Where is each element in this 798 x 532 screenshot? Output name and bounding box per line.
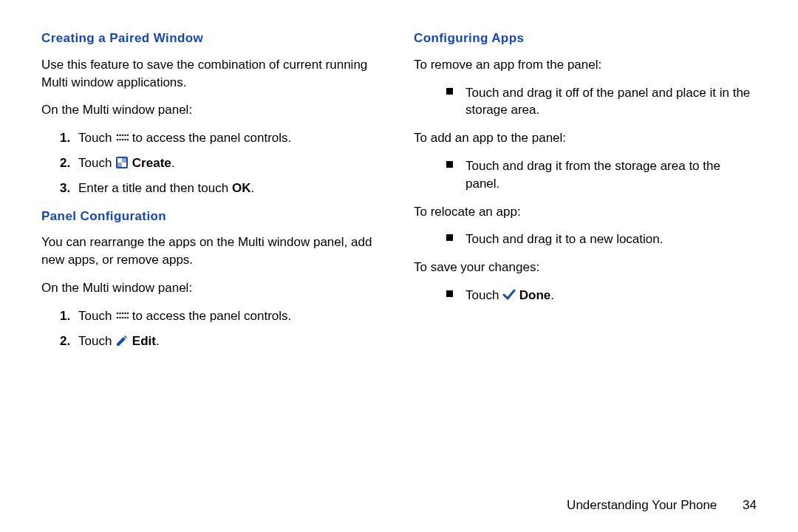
paragraph: On the Multi window panel: [41,101,384,119]
svg-point-18 [124,312,126,314]
svg-rect-13 [117,163,122,167]
step-text: Touch [78,334,115,348]
done-label: Done [519,288,551,302]
svg-point-23 [124,316,126,318]
paragraph: Use this feature to save the combination… [41,56,384,92]
bullet-item: Touch and drag it to a new location. [446,231,757,248]
svg-point-17 [122,312,124,314]
svg-point-19 [127,312,129,314]
done-icon [502,288,516,301]
create-icon [115,156,129,169]
heading-panel-configuration: Panel Configuration [41,208,384,225]
page-number: 34 [743,498,757,513]
manual-page: Creating a Paired Window Use this featur… [0,0,798,532]
heading-configuring-apps: Configuring Apps [414,30,757,47]
heading-creating-paired-window: Creating a Paired Window [41,30,384,47]
step-text: . [171,156,175,170]
svg-point-7 [122,139,124,141]
step-text: . [250,181,254,195]
bullet-text: Touch [466,288,502,302]
svg-point-5 [117,139,119,141]
step-item: Touch to access the panel controls. [74,307,384,325]
step-text: to access the panel controls. [132,131,291,145]
svg-point-15 [117,312,119,314]
svg-rect-12 [122,158,126,163]
svg-point-2 [122,134,124,137]
panel-controls-icon [115,131,129,144]
step-text: Touch [78,156,115,170]
bullet-list: Touch and drag it off of the panel and p… [414,84,757,120]
step-text: to access the panel controls. [132,309,291,323]
step-item: Touch Create. [74,154,384,172]
paragraph: To save your changes: [414,259,757,276]
right-column: Configuring Apps To remove an app from t… [399,30,757,510]
step-text: Touch [78,309,115,323]
paragraph: You can rearrange the apps on the Multi … [41,233,384,269]
paragraph: On the Multi window panel: [41,279,384,297]
steps-list: Touch to access the panel controls. Touc… [41,129,384,197]
svg-point-22 [122,316,124,318]
svg-point-9 [127,139,129,141]
svg-point-20 [117,316,119,318]
step-item: Enter a title and then touch OK. [74,180,384,197]
step-text: . [156,334,160,348]
step-item: Touch to access the panel controls. [74,129,384,147]
bullet-list: Touch and drag it to a new location. [414,231,757,248]
left-column: Creating a Paired Window Use this featur… [41,30,399,510]
chapter-title: Understanding Your Phone [567,498,717,512]
svg-point-6 [119,139,121,141]
svg-point-24 [127,316,129,318]
edit-icon [115,334,129,347]
svg-point-8 [124,139,126,141]
steps-list: Touch to access the panel controls. Touc… [41,307,384,350]
svg-point-3 [124,134,126,137]
step-text: Edit. [132,334,160,348]
step-text: Create. [132,156,175,170]
bullet-list: Touch Done. [414,287,757,304]
paragraph: To add an app to the panel: [414,129,757,147]
svg-rect-14 [122,163,126,167]
bullet-item: Touch and drag it from the storage area … [446,157,757,193]
edit-label: Edit [132,334,156,348]
svg-rect-11 [117,158,122,163]
svg-point-0 [117,134,119,137]
bullet-item: Touch and drag it off of the panel and p… [446,84,757,120]
bullet-text: Done. [519,288,554,302]
page-footer: Understanding Your Phone 34 [567,498,757,513]
step-text: Touch [78,131,115,145]
svg-point-16 [119,312,121,314]
bullet-text: . [550,288,554,302]
paragraph: To remove an app from the panel: [414,56,757,74]
svg-point-21 [119,316,121,318]
bullet-list: Touch and drag it from the storage area … [414,157,757,193]
paragraph: To relocate an app: [414,203,757,221]
create-label: Create [132,156,171,170]
ok-label: OK [232,181,251,195]
svg-point-1 [119,134,121,137]
step-item: Touch Edit. [74,332,384,350]
bullet-item: Touch Done. [446,287,757,304]
svg-point-4 [127,134,129,137]
panel-controls-icon [115,309,129,322]
step-text: Enter a title and then touch [78,181,232,195]
